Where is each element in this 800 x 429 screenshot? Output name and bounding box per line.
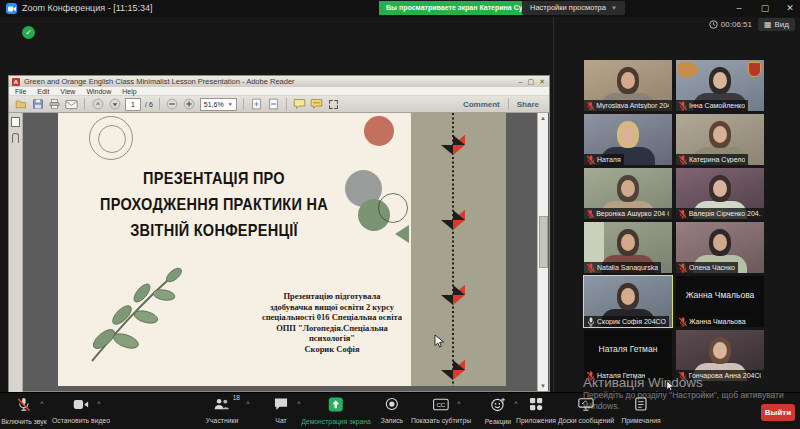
apps-button[interactable]: Приложения (516, 397, 556, 424)
wall-art (678, 62, 698, 77)
mic-muted-icon (679, 209, 687, 219)
adobe-reader-icon: A (12, 78, 20, 86)
share-button[interactable]: Демонстрация экрана (301, 397, 370, 425)
chevron-up-icon[interactable]: ^ (297, 400, 300, 407)
menu-file[interactable]: File (15, 88, 26, 95)
participant-tile[interactable]: Наталя ГетманНаталя Гетман (584, 330, 672, 381)
scroll-down-icon[interactable]: ▼ (538, 381, 548, 391)
fit-page-icon[interactable] (250, 98, 263, 111)
participants-button[interactable]: 18Участники (206, 397, 238, 424)
secure-checkmark-icon: ✓ (22, 26, 35, 39)
pdf-scrollbar[interactable]: ▲ ▼ (537, 113, 548, 391)
participant-label: Жанна Чмальова (676, 316, 749, 327)
previous-page-icon[interactable] (91, 98, 104, 111)
pdf-side-panel (9, 113, 23, 392)
notes-button[interactable]: Примечания (621, 397, 660, 424)
chevron-up-icon[interactable]: ^ (457, 400, 460, 407)
presentation-slide: ПРЕЗЕНТАЦІЯ ПРОПРОХОДЖЕННЯ ПРАКТИКИ НАЗВ… (58, 113, 506, 386)
next-page-icon[interactable] (108, 98, 121, 111)
chat-button[interactable]: Чат (274, 397, 289, 424)
scrollbar-thumb[interactable] (539, 216, 548, 268)
zoom-window: Zoom Конференция - [11:15:34] Вы просмат… (0, 0, 800, 429)
zoom-in-icon[interactable] (183, 98, 196, 111)
leave-meeting-button[interactable]: Выйти (761, 404, 795, 421)
participant-label: Катерина Сурело (676, 154, 748, 165)
participant-name: Жанна Чмальова (689, 318, 746, 325)
slide-title: ПРЕЗЕНТАЦІЯ ПРОПРОХОДЖЕННЯ ПРАКТИКИ НАЗВ… (82, 165, 346, 243)
pdf-window-controls[interactable]: –▢✕ (519, 78, 549, 86)
scroll-up-icon[interactable]: ▲ (538, 113, 548, 123)
participant-name: Myroslava Antsybor 204... (596, 102, 669, 109)
clock-icon (709, 20, 718, 29)
comment-bubble-icon[interactable] (293, 98, 306, 111)
participant-name: Наталя Гетман (597, 372, 645, 379)
participant-tile[interactable]: Жанна ЧмальоваЖанна Чмальова (676, 276, 764, 327)
page-number-input[interactable]: 1 (125, 98, 141, 111)
fit-width-icon[interactable] (267, 98, 280, 111)
save-icon[interactable] (31, 98, 44, 111)
chevron-down-icon: ▼ (611, 5, 617, 11)
pages-panel-icon[interactable] (11, 117, 20, 127)
mic-muted-icon (16, 397, 31, 416)
attachments-icon[interactable] (12, 133, 19, 143)
participant-tile[interactable]: Наталя (584, 114, 672, 165)
participant-name-centered: Наталя Гетман (584, 344, 672, 354)
participant-tile[interactable]: Олена Часнко (676, 222, 764, 273)
view-options-button[interactable]: Настройки просмотра▼ (522, 1, 625, 15)
view-button[interactable]: ▦ Вид (758, 18, 795, 31)
notes-icon (635, 397, 648, 415)
chevron-up-icon[interactable]: ^ (40, 400, 43, 407)
boards-button[interactable]: Доски сообщений (558, 397, 614, 424)
zoom-out-icon[interactable] (166, 98, 179, 111)
stop-video-button[interactable]: Остановить видео (52, 397, 110, 424)
control-label: Участники (206, 417, 238, 424)
camera-icon (73, 397, 89, 415)
panel-divider (553, 17, 554, 392)
fullscreen-icon[interactable] (327, 98, 340, 111)
slide-body-text: Презентацію підготувалаздобувачка вищої … (246, 291, 418, 354)
control-label: Примечания (621, 417, 660, 424)
zoom-level-select[interactable]: 51,6%▼ (200, 98, 237, 111)
control-label: Показать субтитры (411, 417, 471, 424)
minimize-button[interactable]: – (731, 1, 747, 15)
mic-muted-icon (679, 263, 687, 273)
participant-tile[interactable]: Гончарова Анна 204СО (676, 330, 764, 381)
participant-tile[interactable]: Myroslava Antsybor 204... (584, 60, 672, 111)
open-file-icon[interactable] (14, 98, 27, 111)
participant-tile[interactable]: Скорик Софія 204СО (584, 276, 672, 327)
chevron-up-icon[interactable]: ^ (246, 400, 249, 407)
maximize-button[interactable]: ▢ (757, 1, 773, 15)
menu-window[interactable]: Window (86, 88, 111, 95)
participant-label: Myroslava Antsybor 204... (584, 100, 672, 111)
captions-button[interactable]: CCПоказать субтитры (411, 397, 471, 424)
svg-text:CC: CC (437, 401, 446, 408)
chevron-up-icon[interactable]: ^ (97, 400, 100, 407)
control-label: Чат (275, 417, 286, 424)
participant-tile[interactable]: Катерина Сурело (676, 114, 764, 165)
highlight-comment-icon[interactable] (310, 98, 323, 111)
participant-label: Олена Часнко (676, 262, 738, 273)
mic-muted-icon (587, 101, 594, 111)
participant-tile[interactable]: Вероніка Ашурко 204 СО (584, 168, 672, 219)
record-button[interactable]: Запись (381, 397, 403, 424)
participant-tile[interactable]: Інна Самойленко (676, 60, 764, 111)
participant-label: Валерія Сірченко 204... (676, 208, 764, 219)
print-icon[interactable] (48, 98, 61, 111)
participant-name: Natalia Sanagurska (597, 264, 658, 271)
title-bar: Zoom Конференция - [11:15:34] Вы просмат… (0, 0, 800, 17)
adobe-reader-window: A Green and Orange English Class Minimal… (8, 75, 550, 392)
reactions-button[interactable]: Реакции (485, 397, 511, 425)
participant-tile[interactable]: Валерія Сірченко 204... (676, 168, 764, 219)
participant-name: Скорик Софія 204СО (597, 318, 666, 325)
menu-edit[interactable]: Edit (37, 88, 49, 95)
menu-view[interactable]: View (60, 88, 75, 95)
comment-panel-button[interactable]: Comment (463, 100, 500, 109)
menu-help[interactable]: Help (122, 88, 136, 95)
close-button[interactable]: ✕ (782, 1, 798, 15)
boards-icon (578, 397, 594, 415)
participant-tile[interactable]: Natalia Sanagurska (584, 222, 672, 273)
control-label: Включить звук (1, 418, 46, 425)
pdf-menu-bar: File Edit View Window Help (9, 87, 549, 96)
share-panel-button[interactable]: Share (517, 100, 539, 109)
email-icon[interactable] (65, 98, 78, 111)
